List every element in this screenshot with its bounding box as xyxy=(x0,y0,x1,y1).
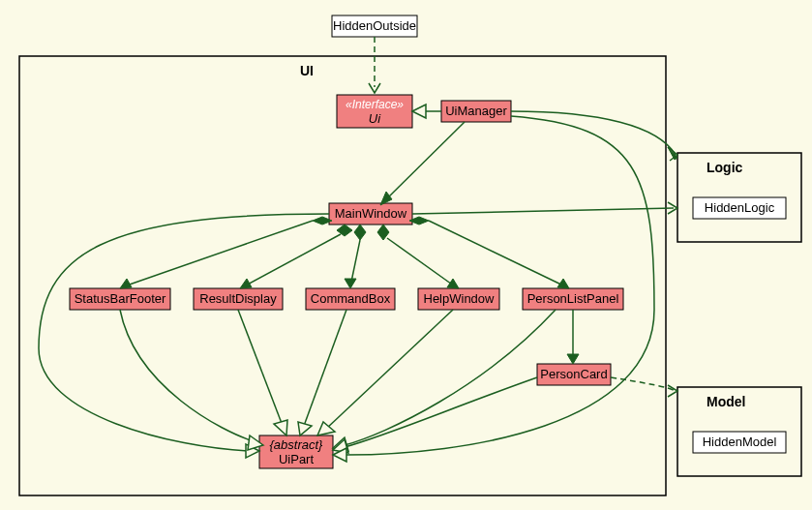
class-hidden-outside: HiddenOutside xyxy=(332,15,417,37)
svg-text:«Interface»: «Interface» xyxy=(346,98,404,111)
svg-text:StatusBarFooter: StatusBarFooter xyxy=(75,291,166,306)
class-person-card: PersonCard xyxy=(537,364,611,385)
svg-text:Ui: Ui xyxy=(369,111,381,126)
svg-text:CommandBox: CommandBox xyxy=(311,291,391,306)
class-ui-interface: «Interface» Ui xyxy=(337,95,412,128)
class-person-list-panel: PersonListPanel xyxy=(523,288,623,310)
class-hidden-logic: HiddenLogic xyxy=(693,197,786,219)
svg-text:UiManager: UiManager xyxy=(445,104,507,118)
class-result-display: ResultDisplay xyxy=(194,288,283,310)
svg-text:UiPart: UiPart xyxy=(279,452,315,466)
svg-text:MainWindow: MainWindow xyxy=(335,206,407,221)
package-ui-label: UI xyxy=(300,63,314,78)
svg-text:{abstract}: {abstract} xyxy=(270,437,324,452)
class-status-bar-footer: StatusBarFooter xyxy=(70,288,170,310)
package-model-label: Model xyxy=(707,394,745,409)
svg-text:PersonCard: PersonCard xyxy=(540,367,607,381)
svg-text:HiddenModel: HiddenModel xyxy=(703,435,777,449)
class-help-window: HelpWindow xyxy=(418,288,499,310)
class-main-window: MainWindow xyxy=(329,203,412,225)
class-ui-part: {abstract} UiPart xyxy=(259,435,333,468)
class-command-box: CommandBox xyxy=(306,288,395,310)
package-logic-label: Logic xyxy=(707,160,743,175)
svg-text:HiddenLogic: HiddenLogic xyxy=(705,200,775,215)
uml-class-diagram: UI Logic Model HiddenOutside «Interface»… xyxy=(0,0,812,510)
svg-text:HelpWindow: HelpWindow xyxy=(424,291,496,306)
svg-text:ResultDisplay: ResultDisplay xyxy=(199,291,277,306)
class-hidden-model: HiddenModel xyxy=(693,432,786,453)
svg-text:PersonListPanel: PersonListPanel xyxy=(527,291,619,306)
svg-text:HiddenOutside: HiddenOutside xyxy=(333,18,416,33)
class-ui-manager: UiManager xyxy=(441,101,511,122)
